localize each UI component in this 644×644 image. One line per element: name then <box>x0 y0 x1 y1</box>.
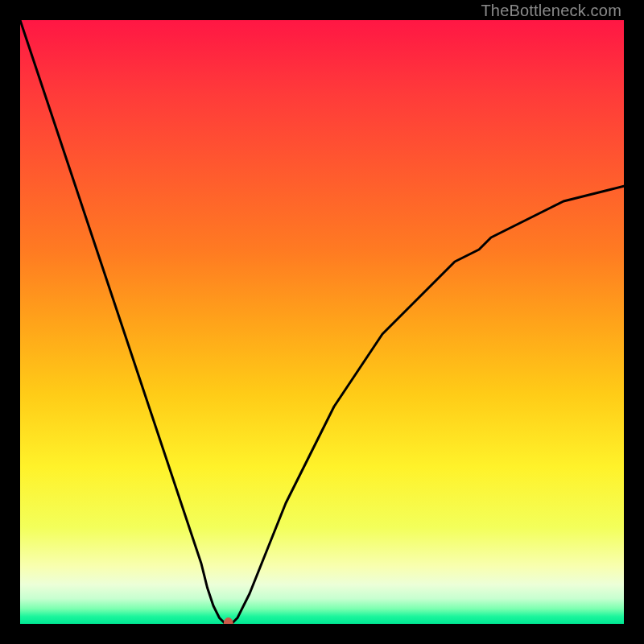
chart-frame <box>20 20 624 624</box>
bottleneck-chart <box>20 20 624 624</box>
watermark-text: TheBottleneck.com <box>481 2 621 20</box>
chart-background <box>20 20 624 624</box>
